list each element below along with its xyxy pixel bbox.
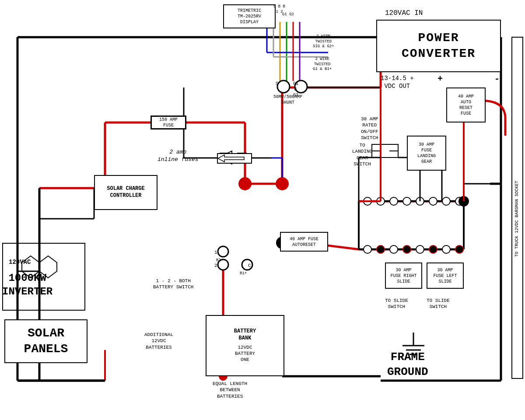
to-landing-gear-label: TOLANDINGGEARSWITCH <box>352 142 372 167</box>
svg-marker-118 <box>218 155 244 162</box>
solar-charge-controller-box: SOLAR CHARGECONTROLLER <box>94 175 158 210</box>
30amp-fuse-left-slide-box: 30 AMPFUSE LEFTSLIDE <box>427 262 464 289</box>
2wire-sig-label: 2 WIRETWISTEDSIG & G2+ <box>313 34 334 49</box>
svg-point-66 <box>390 245 398 253</box>
30amp-fuse-landing-gear-box: 30 AMPFUSELANDINGGEAR <box>407 136 446 171</box>
frame-ground-label: FRAMEGROUND <box>387 350 428 380</box>
svg-point-64 <box>364 245 371 253</box>
svg-point-89 <box>238 177 252 190</box>
svg-point-90 <box>276 177 289 190</box>
battery-bank-box: BATTERYBANK 12VDCBATTERYONE <box>206 315 284 376</box>
wiring-diagram: POWERCONVERTER 120VAC IN 13-14.5 +VDC OU… <box>0 0 525 420</box>
s-label: S <box>276 81 278 87</box>
terminal-b1-label: B1+ <box>240 271 247 276</box>
30amp-fuse-right-slide-box: 30 AMPFUSE RIGHTSLIDE <box>385 262 422 289</box>
svg-point-58 <box>390 197 398 205</box>
terminal-c-label: C <box>248 262 251 269</box>
to-slide-switch-2-label: TO SLIDESWITCH <box>427 298 450 310</box>
plus-label: + <box>438 74 443 85</box>
svg-point-70 <box>442 245 450 253</box>
terminal-2-label: 2 <box>214 262 217 269</box>
trimetric-box: TRIMETRICTM-2025RVDISPLAY <box>223 4 276 28</box>
battery-bank-label: BATTERYBANK <box>234 328 256 342</box>
solar-panels-label: SOLARPANELS <box>24 326 68 357</box>
solar-panels-box: SOLARPANELS <box>4 319 88 363</box>
svg-point-65 <box>377 245 385 253</box>
svg-point-54 <box>277 80 290 93</box>
svg-point-59 <box>403 197 411 205</box>
2wire-g1-label: 2 WIRETWISTEDG1 & B1+ <box>313 57 332 72</box>
svg-point-68 <box>416 245 424 253</box>
svg-point-67 <box>403 245 411 253</box>
battery-switch-label: 1 - 2 - BOTHBATTERY SWITCH <box>153 278 193 290</box>
svg-point-62 <box>442 197 450 205</box>
inverter-box <box>2 243 85 311</box>
battery-one-label: 12VDCBATTERYONE <box>234 344 256 363</box>
30amp-switch-label: 30 AMPRATEDON/OFFSWITCH <box>361 116 378 141</box>
40amp-autoreset-fuse-box: 40 AMP FUSEAUTORESET <box>280 232 328 252</box>
to-truck-label: TO TRUCK 12VDC BARGMAN SOCKET <box>514 88 523 350</box>
to-slide-switch-1-label: TO SLIDESWITCH <box>385 298 408 310</box>
power-converter-label: POWERCONVERTER <box>402 30 476 62</box>
g1-label: G1&G2 <box>293 81 298 98</box>
minus-label: - <box>494 74 500 85</box>
additional-batteries-label: ADDITIONAL12VDCBATTERIES <box>144 332 173 350</box>
inline-fuses-label: 2 ampinline fuses <box>158 149 199 164</box>
inline-fuse-arrow <box>217 153 252 164</box>
svg-point-51 <box>218 246 228 257</box>
vdc-out-label: 13-14.5 +VDC OUT <box>381 74 414 90</box>
terminal-1-label: 1 <box>214 249 217 256</box>
svg-point-71 <box>455 245 463 253</box>
wire-g-label: G1 G2 <box>282 12 294 18</box>
120vac-in-label: 120VAC IN <box>385 9 423 18</box>
power-converter-box: POWERCONVERTER <box>376 20 501 72</box>
150amp-fuse-box: 150 AMPFUSE <box>151 116 186 129</box>
40amp-auto-reset-fuse-box: 40 AMPAUTORESETFUSE <box>446 88 486 122</box>
svg-point-61 <box>429 197 437 205</box>
terminal-b2-label: B2+ <box>216 258 223 263</box>
svg-point-69 <box>429 245 437 253</box>
equal-length-label: EQUAL LENGTHBETWEENBATTERIES <box>213 381 247 399</box>
